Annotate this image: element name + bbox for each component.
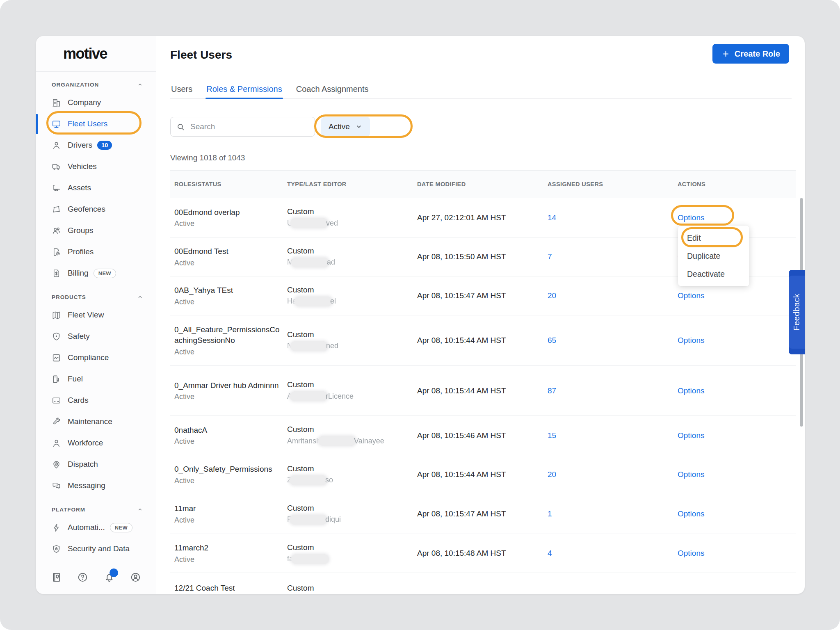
sidebar-item-compliance[interactable]: Compliance: [36, 347, 156, 368]
last-editor-redacted: Fdiqui: [287, 515, 417, 525]
assigned-users-link[interactable]: 87: [548, 386, 556, 395]
search-box: [170, 117, 315, 137]
role-status: Active: [174, 393, 287, 401]
sidebar-item-label: Compliance: [68, 353, 109, 362]
last-editor-redacted: fa: [287, 554, 417, 564]
section-header-platform[interactable]: PLATFORM: [36, 502, 156, 517]
assigned-users-link[interactable]: 7: [548, 252, 552, 261]
redaction-blur: [290, 218, 328, 228]
date-modified: Apr 08, 10:15:46 AM HST: [417, 431, 548, 440]
trailer-icon: [52, 183, 61, 193]
sidebar-item-label: Assets: [68, 183, 91, 192]
role-status: Active: [174, 477, 287, 485]
sidebar-item-workforce[interactable]: Workforce: [36, 432, 156, 454]
sidebar-item-label: Security and Data: [68, 544, 130, 553]
options-link[interactable]: Options: [678, 336, 704, 345]
menu-item-edit[interactable]: Edit: [678, 229, 749, 247]
assigned-users-link[interactable]: 1: [548, 509, 552, 518]
section-header-organization[interactable]: ORGANIZATION: [36, 77, 156, 92]
section-header-products[interactable]: PRODUCTS: [36, 290, 156, 304]
app-window: motive ORGANIZATIONCompanyFleet UsersDri…: [36, 36, 805, 594]
cell-assigned: 4: [548, 549, 678, 558]
count-badge: 10: [97, 141, 112, 150]
assigned-users-link[interactable]: 20: [548, 470, 556, 479]
menu-item-duplicate[interactable]: Duplicate: [678, 247, 749, 265]
sidebar-item-dispatch[interactable]: Dispatch: [36, 454, 156, 475]
sidebar-item-assets[interactable]: Assets: [36, 177, 156, 199]
sidebar-item-fuel[interactable]: Fuel: [36, 368, 156, 390]
sidebar-item-cards[interactable]: Cards: [36, 390, 156, 411]
create-role-button[interactable]: Create Role: [712, 44, 789, 64]
help-button[interactable]: [77, 572, 88, 583]
options-link[interactable]: Options: [678, 291, 704, 300]
assigned-users-link[interactable]: 65: [548, 336, 556, 345]
chat-icon: [52, 481, 61, 491]
sidebar-item-profiles[interactable]: Profiles: [36, 241, 156, 262]
sidebar-item-fleet-users[interactable]: Fleet Users: [36, 113, 156, 135]
new-badge: NEW: [110, 523, 132, 532]
chevron-up-icon: [137, 506, 144, 513]
geofence-icon: [52, 205, 61, 214]
feedback-label: Feedback: [792, 294, 801, 331]
assigned-users-link[interactable]: 14: [548, 213, 556, 222]
sidebar-item-messaging[interactable]: Messaging: [36, 475, 156, 496]
sidebar-item-company[interactable]: Company: [36, 92, 156, 113]
sidebar-item-drivers[interactable]: Drivers10: [36, 135, 156, 156]
assigned-users-link[interactable]: 20: [548, 291, 556, 300]
assigned-users-link[interactable]: 4: [548, 549, 552, 557]
table-header-row: ROLES/STATUS TYPE/LAST EDITOR DATE MODIF…: [170, 170, 796, 198]
tab-users[interactable]: Users: [170, 80, 193, 98]
options-context-menu: EditDuplicateDeactivate: [678, 226, 749, 286]
profile-gear-icon: [52, 247, 61, 257]
options-link[interactable]: Options: [678, 549, 704, 557]
last-editor-redacted: Uved: [287, 218, 417, 228]
status-filter-dropdown[interactable]: Active: [321, 117, 370, 137]
sidebar-item-label: Geofences: [68, 205, 105, 214]
sidebar-item-geofences[interactable]: Geofences: [36, 199, 156, 220]
sidebar-section-products: PRODUCTSFleet ViewSafetyComplianceFuelCa…: [36, 290, 156, 496]
last-editor-redacted: AmritanshVainayee: [287, 436, 417, 446]
cell-role: 00Edmond overlapActive: [174, 207, 287, 228]
guide-book-button[interactable]: [51, 572, 62, 583]
last-editor-redacted: Zso: [287, 475, 417, 485]
account-button[interactable]: [130, 572, 141, 583]
sidebar-item-fleet-view[interactable]: Fleet View: [36, 304, 156, 326]
sidebar-item-vehicles[interactable]: Vehicles: [36, 156, 156, 177]
credit-card-icon: [52, 396, 61, 405]
sidebar-item-security-and-data[interactable]: Security and Data: [36, 538, 156, 559]
sidebar-item-safety[interactable]: Safety: [36, 326, 156, 347]
sidebar-item-maintenance[interactable]: Maintenance: [36, 411, 156, 432]
menu-item-deactivate[interactable]: Deactivate: [678, 265, 749, 283]
billing-icon: [52, 269, 61, 278]
role-type: Custom: [287, 584, 417, 593]
sidebar-item-billing[interactable]: BillingNEW: [36, 262, 156, 284]
options-link[interactable]: Options: [678, 386, 704, 395]
results-summary: Viewing 1018 of 1043: [170, 153, 245, 162]
tab-roles-permissions[interactable]: Roles & Permissions: [205, 80, 283, 98]
role-type: Custom: [287, 380, 417, 389]
search-input[interactable]: [189, 122, 309, 132]
section-label: ORGANIZATION: [52, 82, 99, 88]
redaction-blur: [290, 391, 328, 401]
notifications-button[interactable]: [104, 572, 115, 583]
last-editor-redacted: ArLicence: [287, 391, 417, 401]
sidebar-item-label: Fleet View: [68, 310, 104, 320]
options-link[interactable]: Options: [678, 509, 704, 518]
role-name: 0_Only_Safety_Permissions: [174, 464, 287, 475]
col-assigned-users: ASSIGNED USERS: [548, 181, 678, 187]
cell-role: 0_Only_Safety_PermissionsActive: [174, 464, 287, 485]
sidebar-item-automati[interactable]: Automati...NEW: [36, 517, 156, 538]
options-link[interactable]: Options: [678, 213, 704, 222]
create-role-label: Create Role: [735, 49, 780, 59]
tab-coach-assignments[interactable]: Coach Assignments: [295, 80, 370, 98]
assigned-users-link[interactable]: 15: [548, 431, 556, 440]
sidebar-item-groups[interactable]: Groups: [36, 220, 156, 241]
options-link[interactable]: Options: [678, 431, 704, 440]
feedback-tab[interactable]: Feedback: [789, 270, 805, 354]
options-link[interactable]: Options: [678, 470, 704, 479]
cell-assigned: 15: [548, 431, 678, 440]
cell-role: 0nathacAActive: [174, 425, 287, 446]
section-label: PRODUCTS: [52, 294, 86, 300]
sidebar-item-label: Drivers: [68, 141, 92, 150]
role-name: 0_Ammar Driver hub Adminnn: [174, 380, 287, 391]
